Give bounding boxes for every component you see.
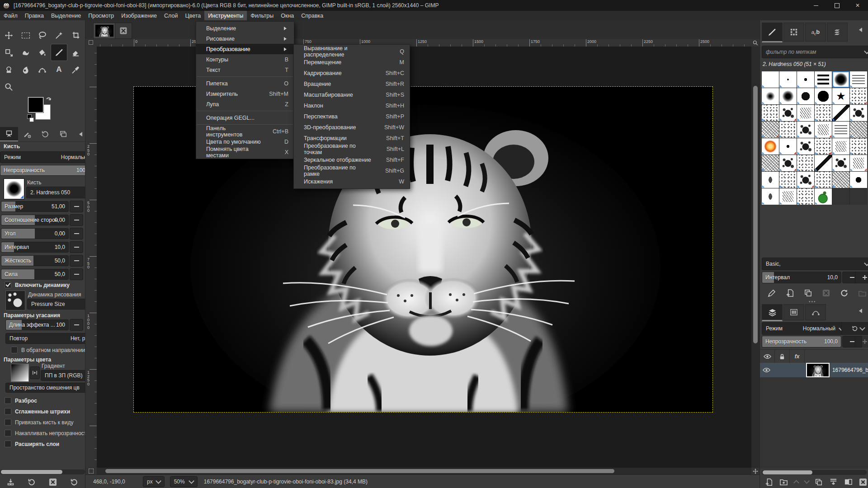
brush-tile-fire[interactable] (762, 138, 779, 155)
brush-tile-dot-xs[interactable] (779, 71, 797, 88)
brush-tile-hlines[interactable] (832, 122, 849, 138)
restore-options-icon[interactable] (28, 478, 36, 486)
submenu-item-handle-transform[interactable]: Преобразование по точкамShift+L (294, 144, 410, 155)
brush-tile-scratch[interactable] (832, 138, 849, 155)
smudge-tool[interactable] (17, 61, 34, 78)
crop-tool[interactable] (67, 27, 84, 44)
layer-opacity-slider[interactable]: Непрозрачность 100,0 (762, 336, 841, 347)
foreground-color-swatch[interactable] (28, 97, 43, 113)
free-select-tool[interactable] (34, 27, 51, 44)
layer-mode-dropdown[interactable]: Режим Нормальный (762, 322, 848, 335)
hardness-slider[interactable]: Жёсткость50,0 (1, 255, 69, 266)
tab-channels[interactable] (783, 304, 804, 320)
brush-tile-splat[interactable] (797, 172, 814, 188)
brush-tile-noise[interactable] (779, 122, 797, 138)
zoom-dropdown[interactable]: 50% (170, 476, 198, 487)
brush-tile-splat[interactable] (850, 105, 867, 121)
color-picker-tool[interactable] (67, 61, 84, 78)
menu-item-measure[interactable]: ИзмерительShift+M (196, 89, 294, 99)
brushes-dock-menu[interactable] (857, 28, 862, 32)
layers-dock-menu[interactable] (857, 309, 862, 313)
gradient-preview[interactable] (11, 364, 29, 382)
submenu-item-unified-transform[interactable]: ТрансформацииShift+T (294, 133, 410, 144)
paths-tool[interactable] (34, 61, 51, 78)
menu-windows[interactable]: Окна (277, 11, 297, 20)
force-reset-button[interactable] (70, 268, 83, 280)
brush-tile-noise[interactable] (779, 172, 797, 188)
fade-length-slider[interactable]: Длина эффекта ...100 (5, 319, 69, 330)
brush-tile-dot-l[interactable] (797, 88, 814, 104)
menu-item-paths[interactable]: КонтурыB (196, 54, 294, 65)
tab-tool-presets[interactable] (18, 127, 36, 141)
menu-select[interactable]: Выделение (47, 11, 85, 20)
brush-tile-bars[interactable] (815, 71, 832, 88)
menu-edit[interactable]: Правка (21, 11, 47, 20)
layer-name[interactable]: 1679664796_b (832, 367, 868, 373)
tab-paths[interactable] (805, 304, 826, 320)
brush-tile-texture[interactable] (762, 155, 779, 171)
tab-brushes[interactable] (762, 23, 783, 42)
brush-tile-noise[interactable] (797, 155, 814, 171)
brush-preview[interactable] (4, 178, 24, 199)
force-slider[interactable]: Сила50,0 (1, 269, 69, 280)
brush-tile-splat[interactable] (797, 122, 814, 138)
menu-item-text[interactable]: ТекстT (196, 65, 294, 75)
repeat-dropdown[interactable]: Повтор Нет, рас (5, 333, 85, 344)
submenu-item-move[interactable]: ПеремещениеM (294, 57, 410, 68)
jitter-checkbox[interactable]: Разброс (5, 397, 37, 404)
size-slider[interactable]: Размер51,00 (1, 201, 69, 212)
tab-fonts[interactable]: acb (805, 23, 826, 42)
brush-tile-noise[interactable] (797, 188, 814, 205)
brush-tile-splat[interactable] (832, 155, 849, 171)
brush-tile-star[interactable]: ★ (832, 88, 849, 104)
bucket-fill-tool[interactable] (34, 44, 51, 61)
brush-tile-pepper[interactable] (815, 188, 832, 205)
brush-filter-input[interactable]: фильтр по меткам (762, 46, 868, 58)
tab-undo-history[interactable] (36, 127, 54, 141)
opacity-slider[interactable]: Непрозрачность 100,0 (0, 165, 85, 176)
size-reset-button[interactable] (70, 201, 83, 212)
paintbrush-tool[interactable] (51, 44, 67, 61)
brush-tile-texture[interactable] (762, 122, 779, 138)
right-panel-hscrollbar[interactable] (762, 470, 867, 475)
save-options-icon[interactable] (7, 478, 14, 486)
warp-transform-tool[interactable] (17, 44, 34, 61)
brush-tile-noise[interactable] (815, 172, 832, 188)
blend-space-dropdown[interactable]: Пространство смешения цв (5, 383, 85, 393)
paint-mode-dropdown[interactable]: Режим Нормальный (0, 151, 85, 163)
layer-thumbnail[interactable] (806, 363, 830, 377)
incremental-checkbox[interactable]: Накапливать непрозрачность (5, 430, 85, 436)
smooth-stroke-checkbox[interactable]: Сглаженные штрихи (5, 408, 70, 415)
brush-tile-soft-m[interactable] (779, 88, 797, 104)
menu-view[interactable]: Просмотр (85, 11, 118, 20)
visibility-header-button[interactable] (760, 350, 775, 363)
dock-splitter-handle[interactable]: ••• (809, 299, 816, 304)
submenu-item-cage-transform[interactable]: Преобразование по рамкеShift+G (294, 165, 410, 176)
menu-item-toolbox[interactable]: Панель инструментовCtrl+B (196, 126, 294, 136)
brush-tile-scratch[interactable] (779, 188, 797, 205)
brush-spacing-slider[interactable]: Интервал 10,0 (762, 272, 841, 283)
brush-tile-noise[interactable] (815, 138, 832, 155)
menu-colors[interactable]: Цвета (181, 11, 204, 20)
submenu-item-rotate[interactable]: ВращениеShift+R (294, 79, 410, 89)
hardness-reset-button[interactable] (70, 255, 83, 267)
submenu-item-flip[interactable]: Зеркальное отображениеShift+F (294, 155, 410, 165)
new-brush-icon[interactable] (786, 289, 794, 297)
layer-visibility-toggle[interactable] (760, 367, 774, 373)
menu-tools[interactable]: Инструменты (204, 11, 247, 20)
h-ruler[interactable]: 02505007501000125015001750200022502500 (97, 39, 751, 47)
dynamics-button[interactable]: Pressure Size (27, 299, 85, 310)
delete-options-icon[interactable] (49, 478, 57, 486)
add-mask-icon[interactable] (844, 478, 853, 486)
brush-tile-texture[interactable] (832, 172, 849, 188)
brush-tile-noise[interactable] (815, 105, 832, 121)
submenu-item-warp[interactable]: ИскаженияW (294, 176, 410, 187)
new-group-icon[interactable] (779, 478, 788, 486)
duplicate-brush-icon[interactable] (804, 289, 812, 297)
canvas-vscrollbar[interactable] (751, 47, 760, 468)
brush-tile-scratch[interactable] (815, 122, 832, 138)
unified-transform-tool[interactable] (0, 44, 17, 61)
refresh-brushes-icon[interactable] (840, 289, 849, 297)
tab-patterns[interactable] (783, 23, 804, 42)
submenu-item-shear[interactable]: НаклонShift+H (294, 100, 410, 111)
